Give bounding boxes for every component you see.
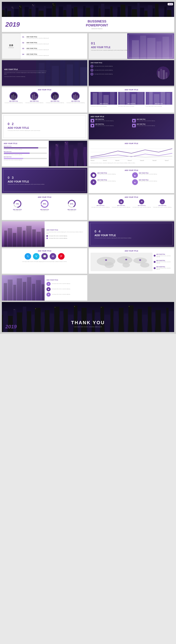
bar-track-2: [4, 152, 47, 154]
bar-fill-3: [4, 158, 23, 159]
bar-desc-1: Lorem ipsum dolor sit amet, consectetur …: [4, 149, 47, 150]
timeline-step-icon-3: [91, 73, 93, 76]
city-list-text-2: Lorem ipsum dolor sit amet, consectetur …: [52, 288, 70, 290]
slide-city-list: ADD YOUR TITLE ● Lorem ipsum dolor sit a…: [2, 275, 87, 300]
slide-barchart-photo: ADD YOUR TITLE ADD YOUR TITLE Lorem ipsu…: [2, 141, 87, 166]
city-list-icon-2: ■: [46, 287, 51, 291]
slide-cover: 2019 BUSSINESS POWERPOINT DESIGN BY MUDU…: [2, 2, 174, 32]
map-item-2: ADD YOUR TITLE Lorem ipsum dolor sit ame…: [154, 260, 172, 264]
svg-rect-89: [76, 96, 78, 99]
svg-rect-49: [20, 6, 20, 6]
svg-rect-19: [67, 5, 71, 18]
slide-toc: 目录 CONTENT 01 ADD YOUR TITLE Lorem ipsum…: [2, 33, 87, 59]
svg-rect-9: [29, 9, 31, 18]
svg-rect-161: [13, 285, 16, 300]
toc-left-panel: 目录 CONTENT: [2, 33, 20, 59]
svg-rect-116: [65, 142, 66, 143]
circle-label-1: ADD YOUR TITLE: [9, 101, 18, 102]
section04-content: 0 4 ADD YOUR TITLE Lorem ipsum dolor sit…: [92, 230, 171, 239]
svg-rect-114: [56, 145, 56, 145]
svg-rect-51: [32, 5, 33, 5]
circle-img-2: [30, 92, 38, 100]
svg-rect-28: [101, 4, 105, 18]
svg-rect-44: [164, 6, 167, 18]
svg-rect-159: [4, 283, 7, 300]
barchart-content: ADD YOUR TITLE ADD YOUR TITLE Lorem ipsu…: [2, 141, 49, 166]
city-list-item-2: ■ Lorem ipsum dolor sit amet, consectetu…: [46, 287, 85, 291]
city-list-photo: [2, 275, 45, 300]
svg-rect-30: [110, 6, 113, 18]
donut-svg-2: 95%: [40, 199, 49, 208]
photo-cell-2: ADD YOUR TITLE: [118, 92, 145, 105]
svg-rect-92: [99, 92, 102, 105]
toc-text-3: ADD YOUR TITLE Lorem ipsum dolor sit ame…: [27, 48, 49, 50]
map-items: ADD YOUR TITLE Lorem ipsum dolor sit ame…: [154, 253, 172, 271]
section03-body: Lorem ipsum dolor sit amet, consectetur …: [8, 184, 84, 185]
icon-dark-symbol-2: ◼: [132, 119, 136, 122]
ip-icon-2: ▲: [132, 172, 138, 178]
toc-chinese: 目录: [9, 44, 13, 47]
svg-rect-29: [105, 9, 110, 18]
toc-item-4: 04 ADD YOUR TITLE Lorem ipsum dolor sit …: [22, 54, 85, 56]
half-photo-content: ADD YOUR TITLE Lorem ipsum dolor sit ame…: [45, 222, 87, 247]
icon-dark-symbol-1: ◼: [91, 119, 94, 122]
photo-desc-1: Lorem ipsum dolor sit amet consectetur: [91, 106, 117, 107]
donut-desc-3: Lorem ipsum dolor: [68, 210, 75, 211]
toc-right-panel: 01 ADD YOUR TITLE Lorem ipsum dolor sit …: [20, 33, 87, 59]
icon-list-label-2: ADD YOUR TITLE: [117, 205, 125, 206]
svg-rect-208: [14, 310, 14, 310]
circle-img-4: [71, 92, 80, 100]
svg-text:95%: 95%: [43, 203, 46, 205]
svg-rect-11: [36, 8, 39, 18]
svg-point-155: [105, 259, 107, 261]
svg-rect-33: [121, 5, 125, 18]
bar-desc-2: Lorem ipsum dolor sit amet, consectetur …: [4, 154, 47, 155]
icons-dark-title: ADD YOUR TITLE: [91, 116, 172, 118]
photo-cell-1: ADD YOUR TITLE: [91, 92, 117, 105]
social-vimeo-icon: V: [33, 253, 39, 260]
slide-section03: 0 3 ADD YOUR TITLE Lorem ipsum dolor sit…: [2, 168, 87, 193]
icon-dark-symbol-4: ◼: [132, 124, 136, 127]
svg-rect-41: [153, 8, 155, 18]
map-text-3: ADD YOUR TITLE Lorem ipsum dolor sit ame…: [156, 266, 172, 270]
icon-list-desc-2: Lorem ipsum dolor sit amet, consectetur …: [112, 207, 130, 208]
icon-list-label-4: ADD YOUR TITLE: [158, 205, 166, 206]
svg-rect-139: [4, 231, 7, 247]
svg-rect-34: [126, 8, 127, 18]
toc-num-1: 01: [22, 36, 26, 38]
svg-rect-115: [57, 146, 58, 146]
bar-fill-2: [4, 152, 30, 154]
svg-rect-147: [42, 228, 45, 247]
icon-dark-label-1: ADD YOUR TITLE: [95, 119, 114, 120]
icon-dark-item-3: ◼ ADD YOUR TITLE Lorem ipsum dolor sit a…: [91, 124, 131, 127]
icon-list-circle-4: ♪: [160, 199, 165, 204]
slide-social: ADD YOUR TITLE 𝕏 V 💬 ✉ P Lorem ipsum dol…: [2, 248, 87, 274]
svg-rect-4: [11, 6, 14, 18]
svg-rect-101: [149, 92, 153, 105]
map-area: ADD YOUR TITLE Lorem ipsum dolor sit ame…: [91, 253, 172, 271]
section01-title: ADD YOUR TITLE: [91, 46, 133, 49]
svg-rect-145: [32, 230, 36, 247]
svg-rect-97: [126, 92, 130, 105]
svg-rect-143: [23, 231, 26, 247]
photo-label-3: ADD YOUR TITLE: [155, 103, 163, 104]
svg-rect-167: [42, 284, 45, 300]
svg-rect-110: [69, 145, 73, 166]
ip-desc-4: Lorem ipsum dolor sit amet, consectetur …: [139, 181, 157, 182]
social-chat-icon: 💬: [41, 253, 48, 260]
icon-dark-desc-2: Lorem ipsum dolor sit amet, consectetur …: [137, 120, 155, 122]
bar-track-1: [4, 147, 47, 148]
svg-rect-76: [13, 94, 14, 99]
svg-rect-47: [12, 7, 12, 8]
ip-icon-1: ⬤: [91, 172, 96, 178]
barchart-photo: [49, 141, 87, 166]
bar-label-1: ADD YOUR TITLE: [4, 146, 47, 147]
slide-map: ADD YOUR TITLE: [89, 248, 174, 274]
icon-photo-grid: ⬤ ADD YOUR TITLE Lorem ipsum dolor sit a…: [91, 172, 172, 185]
icon-list-circle-3: ✦: [139, 199, 144, 204]
circle-desc-1: Lorem ipsum dolor sit amet consectetur a…: [5, 102, 23, 104]
svg-rect-112: [78, 143, 83, 166]
toc-english: CONTENT: [8, 47, 14, 48]
donut-svg-3: 67%: [67, 199, 76, 208]
svg-point-151: [117, 256, 132, 264]
